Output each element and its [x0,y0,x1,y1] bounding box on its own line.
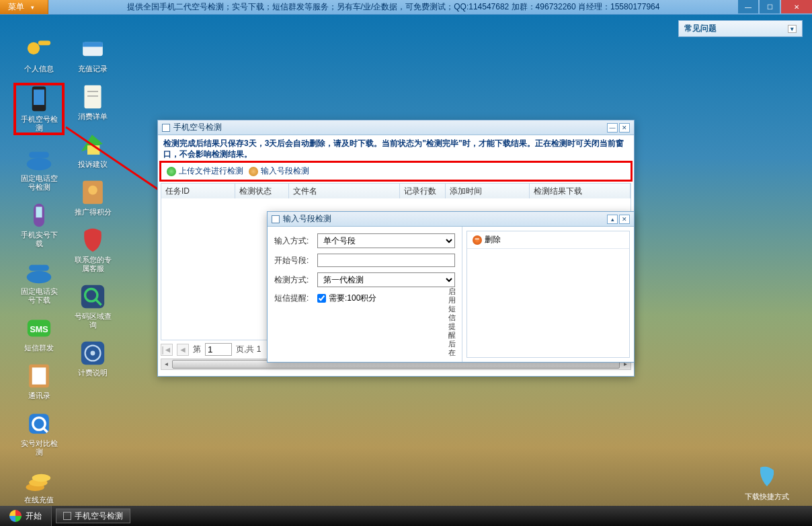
segment-window-title: 输入号段检测 [283,213,331,225]
window-icon [162,124,170,132]
mobile-empty-detect-icon [23,85,55,114]
banner-text: 提供全国手机二代空号检测；实号下载；短信群发等服务；另有车/业/企数据，可免费测… [48,1,738,13]
complaint-icon [77,130,109,159]
col-status[interactable]: 检测状态 [235,184,289,198]
vertical-hint: 启用短信提醒后在 [448,287,456,357]
sms-bulk-icon: SMS [23,314,55,342]
desktop-icon-billing[interactable]: 计费说明 [67,339,118,377]
window-controls: — ☐ ✕ [738,0,812,14]
contact-cs-icon [77,226,109,254]
svg-rect-21 [83,42,104,47]
svg-rect-13 [32,367,46,384]
delete-button[interactable]: 删除 [485,234,501,246]
desktop-icon-landline-real-download[interactable]: 固定电话实 号下载 [13,258,65,305]
top-bar: 菜单 提供全国手机二代空号检测；实号下载；短信群发等服务；另有车/业/企数据，可… [0,0,812,15]
col-download[interactable]: 检测结果下载 [530,184,631,198]
input-mode-select[interactable]: 单个号段 [317,233,455,248]
landline-real-download-icon [23,258,55,286]
segment-icon [249,167,258,176]
svg-point-27 [89,186,98,195]
window-icon [272,215,280,223]
landline-empty-detect-icon [23,145,55,173]
billing-icon [77,339,109,367]
maximize-button[interactable]: ☐ [760,0,780,13]
desktop-icon-complaint[interactable]: 投诉建议 [67,130,118,169]
real-compare-icon [23,410,55,438]
col-rows[interactable]: 记录行数 [400,184,446,198]
desktop-icon-real-compare[interactable]: 实号对比检 测 [13,410,65,457]
window-restore-button[interactable]: ▴ [607,215,618,224]
sms-remind-checkbox[interactable] [317,294,326,303]
toolbar: 上传文件进行检测 输入号段检测 [161,162,631,180]
upload-icon [167,167,176,176]
label-sms-remind: 短信提醒: [274,293,317,304]
col-task-id[interactable]: 任务ID [161,184,235,198]
start-segment-input[interactable] [317,254,455,267]
window-close-button[interactable]: ✕ [619,123,630,133]
desktop-icon-online-recharge[interactable]: 在线充值 [13,466,65,504]
online-recharge-icon [23,466,55,494]
window-close-button[interactable]: ✕ [619,215,630,224]
desktop-icon-landline-empty-detect[interactable]: 固定电话空 号检测 [13,145,65,192]
label-detect-method: 检测方式: [274,274,317,286]
pager-first[interactable]: |◄ [161,344,173,356]
svg-text:SMS: SMS [30,325,48,334]
consumption-list-icon [77,83,109,111]
personal-info-icon [23,35,55,63]
col-time[interactable]: 添加时间 [446,184,530,198]
desktop-icon-recharge-log[interactable]: 充值记录 [67,35,118,73]
pager-input[interactable] [205,343,232,356]
detect-method-select[interactable]: 第一代检测 [317,272,455,287]
notice-text: 检测完成后结果只保存3天，3天后会自动删除，请及时下载。当前状态为"检测完毕"时… [158,135,634,162]
detect-window-titlebar[interactable]: 手机空号检测 — ✕ [158,120,634,135]
desktop-icon-area-query[interactable]: 号码区域查 询 [67,283,118,330]
segment-list: 删除 [466,231,630,358]
input-segment-button[interactable]: 输入号段检测 [249,165,309,177]
svg-rect-22 [85,85,102,108]
detect-window-title: 手机空号检测 [173,122,222,133]
svg-point-0 [28,42,40,54]
desktop-icon-mobile-empty-detect[interactable]: 手机空号检 测 [13,83,65,135]
col-filename[interactable]: 文件名 [289,184,400,198]
pager-prev[interactable]: ◄ [177,344,189,356]
svg-point-8 [27,271,52,283]
desktop-icon-sms-bulk[interactable]: SMS短信群发 [13,314,65,352]
label-input-mode: 输入方式: [274,235,317,247]
desktop-icon-address-book[interactable]: 通讯录 [13,362,65,400]
segment-window-titlebar[interactable]: 输入号段检测 ▴ ✕ [268,212,634,227]
delete-icon [473,235,482,245]
mobile-real-download-icon [23,201,55,229]
taskbar: 开始 手机空号检测 [0,506,812,526]
desktop-icon-contact-cs[interactable]: 联系您的专 属客服 [67,226,118,273]
address-book-icon [23,362,55,390]
minimize-button[interactable]: — [738,0,758,13]
segment-window: 输入号段检测 ▴ ✕ 输入方式: 单个号段 开始号段: 检测方式: 第一代检测 … [267,211,635,363]
svg-rect-5 [29,152,49,158]
upload-file-button[interactable]: 上传文件进行检测 [167,165,243,177]
promo-points-icon [77,178,109,206]
menu-button[interactable]: 菜单 [0,0,48,14]
desktop-icon-promo-points[interactable]: 推广得积分 [67,178,118,217]
start-orb-icon [9,510,22,522]
svg-rect-9 [29,265,49,271]
svg-rect-25 [87,145,99,155]
svg-rect-1 [38,40,50,45]
svg-rect-3 [34,89,44,105]
sms-note: 需要:100积分 [329,293,376,304]
label-start-segment: 开始号段: [274,255,317,266]
shortcut-icon [755,465,779,489]
desktop-icon-personal-info[interactable]: 个人信息 [13,35,65,73]
recharge-log-icon [77,35,109,63]
svg-point-19 [32,474,50,482]
desktop-icon-mobile-real-download[interactable]: 手机实号下 载 [13,201,65,248]
window-minimize-button[interactable]: — [607,123,618,133]
svg-point-33 [91,351,95,356]
start-button[interactable]: 开始 [0,506,52,526]
area-query-icon [77,283,109,311]
svg-point-4 [27,158,52,170]
svg-rect-7 [36,206,42,217]
desktop-icon-consumption-list[interactable]: 消费详单 [67,83,118,121]
taskbar-item[interactable]: 手机空号检测 [56,509,130,523]
download-shortcut[interactable]: 下载快捷方式 [745,465,789,502]
close-button[interactable]: ✕ [781,0,812,13]
